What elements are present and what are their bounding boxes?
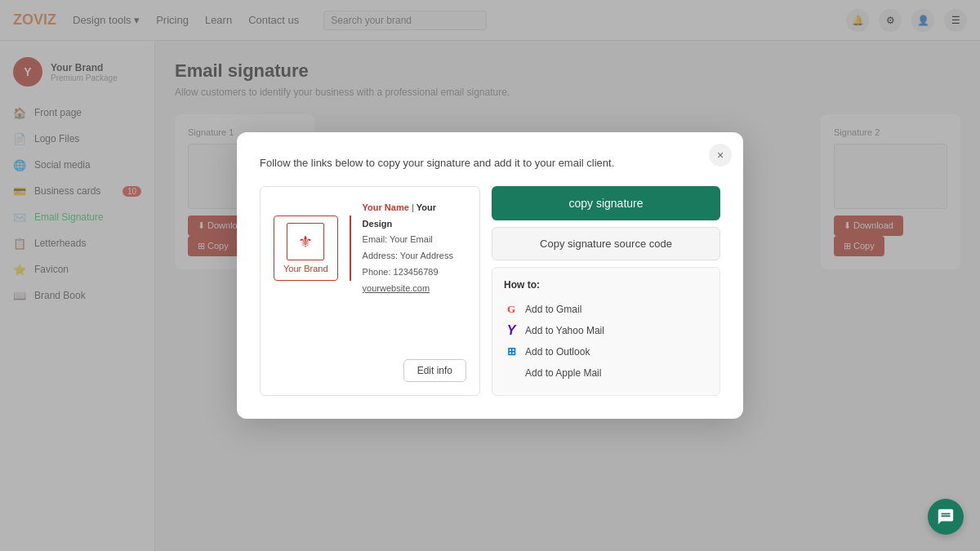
gmail-icon: G: [504, 302, 519, 317]
apple-mail-icon: [504, 366, 519, 380]
modal-close-button[interactable]: ×: [709, 144, 732, 167]
signature-website[interactable]: yourwebsite.com: [363, 283, 430, 293]
how-to-box: How to: G Add to Gmail Y Add to Yahoo Ma…: [492, 267, 720, 396]
signature-address-line: Address: Your Address: [363, 248, 466, 264]
how-to-title: How to:: [504, 279, 708, 291]
signature-preview-panel: ⚜ Your Brand Your Name | Your Design: [260, 186, 480, 396]
add-to-gmail[interactable]: G Add to Gmail: [504, 299, 708, 320]
signature-website-line: yourwebsite.com: [363, 281, 466, 297]
phone-value: 123456789: [394, 267, 439, 277]
signature-info: Your Name | Your Design Email: Your Emai…: [363, 200, 466, 297]
email-label: Email:: [363, 234, 388, 244]
modal-description: Follow the links below to copy your sign…: [260, 155, 720, 171]
brand-text: Your Brand: [283, 264, 328, 273]
chat-icon: [937, 508, 955, 526]
email-value: Your Email: [390, 234, 433, 244]
yahoo-label: Add to Yahoo Mail: [525, 325, 604, 336]
signature-actions: copy signature Copy signature source cod…: [492, 186, 720, 396]
signature-name: Your Name: [363, 202, 409, 212]
address-value: Your Address: [400, 251, 453, 260]
add-to-outlook[interactable]: ⊞ Add to Outlook: [504, 341, 708, 362]
signature-divider: [350, 216, 351, 281]
emblem-icon: ⚜: [298, 232, 313, 251]
outlook-icon: ⊞: [504, 344, 519, 359]
copy-source-button[interactable]: Copy signature source code: [492, 227, 720, 260]
phone-label: Phone:: [363, 267, 391, 277]
modal-body: ⚜ Your Brand Your Name | Your Design: [260, 186, 720, 396]
signature-phone-line: Phone: 123456789: [363, 264, 466, 281]
signature-logo: ⚜ Your Brand: [274, 216, 338, 281]
edit-info-button[interactable]: Edit info: [403, 359, 466, 382]
modal-overlay: × Follow the links below to copy your si…: [0, 0, 980, 551]
outlook-label: Add to Outlook: [525, 346, 590, 358]
chat-button[interactable]: [928, 499, 964, 535]
yahoo-icon: Y: [504, 323, 519, 338]
add-to-yahoo[interactable]: Y Add to Yahoo Mail: [504, 320, 708, 341]
add-to-apple-mail[interactable]: Add to Apple Mail: [504, 362, 708, 384]
modal: × Follow the links below to copy your si…: [237, 132, 743, 419]
apple-mail-label: Add to Apple Mail: [525, 367, 601, 379]
address-label: Address:: [363, 251, 398, 260]
signature-emblem: ⚜: [287, 223, 324, 260]
copy-signature-button[interactable]: copy signature: [492, 186, 720, 220]
gmail-label: Add to Gmail: [525, 304, 581, 315]
signature-content: ⚜ Your Brand Your Name | Your Design: [274, 200, 466, 297]
signature-email-line: Email: Your Email: [363, 232, 466, 248]
signature-name-line: Your Name | Your Design: [363, 200, 466, 233]
